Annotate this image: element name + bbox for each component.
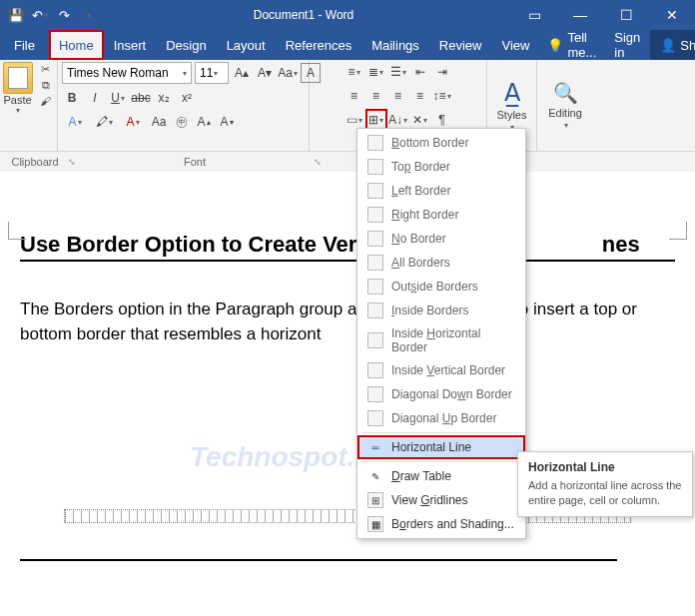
border-option-icon — [367, 159, 383, 175]
border-option-label: No Border — [391, 232, 446, 246]
strikethrough-button[interactable]: abc — [131, 88, 151, 108]
paste-label: Paste — [3, 94, 31, 106]
document-paragraph[interactable]: The Borders option in the Paragraph grou… — [20, 298, 675, 346]
font-launcher[interactable]: ⤡ — [314, 157, 322, 167]
copy-icon[interactable]: ⧉ — [37, 78, 55, 92]
change-case-icon[interactable]: Aa▾ — [278, 63, 298, 83]
maximize-button[interactable]: ☐ — [603, 0, 649, 30]
bold-button[interactable]: B — [62, 88, 82, 108]
menu-border-item[interactable]: Outside Borders — [357, 275, 525, 299]
save-icon[interactable]: 💾 — [8, 7, 24, 23]
tab-home[interactable]: Home — [49, 30, 104, 60]
menu-border-item[interactable]: Inside Vertical Border — [357, 358, 525, 382]
share-button[interactable]: 👤Share — [650, 30, 695, 60]
menu-border-item[interactable]: All Borders — [357, 251, 525, 275]
horizontal-line-icon: ═ — [367, 439, 383, 455]
tab-insert[interactable]: Insert — [104, 30, 157, 60]
find-icon[interactable]: 🔍 — [553, 81, 578, 105]
line-spacing-icon[interactable]: ↕≡▾ — [432, 86, 452, 106]
italic-button[interactable]: I — [85, 88, 105, 108]
border-option-label: Bottom Border — [391, 136, 468, 150]
paste-dropdown[interactable]: ▾ — [16, 106, 20, 115]
underline-button[interactable]: U▾ — [108, 88, 128, 108]
menu-border-item[interactable]: Right Border — [357, 203, 525, 227]
window-title: Document1 - Word — [96, 8, 511, 22]
menu-border-item[interactable]: Top Border — [357, 155, 525, 179]
numbering-icon[interactable]: ≣▾ — [366, 62, 386, 82]
tell-me-search[interactable]: 💡Tell me... — [539, 30, 604, 60]
font-grow-icon[interactable]: A▲ — [195, 112, 215, 132]
font-shrink-icon[interactable]: A▼ — [218, 112, 238, 132]
qat-customize-icon[interactable]: ▾ — [80, 7, 96, 23]
grow-font-icon[interactable]: A▴ — [232, 63, 252, 83]
tab-file[interactable]: File — [0, 30, 49, 60]
sort-icon[interactable]: A↓▾ — [388, 110, 408, 130]
border-option-label: Outside Borders — [391, 280, 478, 294]
show-marks-icon[interactable]: ¶ — [432, 110, 452, 130]
border-option-label: Diagonal Up Border — [391, 411, 496, 425]
ribbon-options-icon[interactable]: ▭ — [511, 0, 557, 30]
font-color-icon[interactable]: A▾ — [120, 112, 146, 132]
borders-button[interactable]: ⊞▾ — [366, 110, 386, 130]
subscript-button[interactable]: x₂ — [154, 88, 174, 108]
enclose-chars-icon[interactable]: ㊥ — [172, 112, 192, 132]
tab-mailings[interactable]: Mailings — [361, 30, 429, 60]
menu-separator — [361, 432, 521, 433]
border-option-icon — [367, 362, 383, 378]
redo-icon[interactable]: ↷ — [56, 7, 72, 23]
document-heading[interactable]: Use Border Option to Create Vertical xxx… — [20, 232, 675, 262]
increase-indent-icon[interactable]: ⇥ — [432, 62, 452, 82]
editing-dropdown[interactable]: ▾ — [564, 121, 568, 130]
cut-icon[interactable]: ✂ — [37, 62, 55, 76]
bullets-icon[interactable]: ≡▾ — [345, 62, 364, 82]
border-option-icon — [367, 231, 383, 247]
shrink-font-icon[interactable]: A▾ — [255, 63, 275, 83]
tab-design[interactable]: Design — [156, 30, 216, 60]
menu-border-item[interactable]: Inside Borders — [357, 299, 525, 322]
character-shading-icon[interactable]: Aa — [149, 112, 169, 132]
border-option-label: Inside Horizontal Border — [391, 326, 515, 354]
justify-icon[interactable]: ≡ — [410, 86, 430, 106]
tab-layout[interactable]: Layout — [217, 30, 276, 60]
font-size-select[interactable]: 11▾ — [195, 62, 229, 84]
format-painter-icon[interactable]: 🖌 — [37, 94, 55, 108]
border-option-label: Top Border — [391, 160, 450, 174]
tab-review[interactable]: Review — [429, 30, 492, 60]
borders-dropdown-menu: Bottom BorderTop BorderLeft BorderRight … — [356, 128, 526, 539]
borders-shading-icon: ▦ — [367, 516, 383, 532]
sign-in-link[interactable]: Sign in — [604, 30, 650, 60]
menu-horizontal-line[interactable]: ═ Horizontal Line — [357, 435, 525, 459]
menu-border-item[interactable]: Left Border — [357, 179, 525, 203]
menu-view-gridlines[interactable]: ⊞ View Gridlines — [357, 488, 525, 512]
undo-icon[interactable]: ↶▾ — [32, 7, 48, 23]
font-name-select[interactable]: Times New Roman▾ — [62, 62, 192, 84]
menu-border-item[interactable]: Bottom Border — [357, 131, 525, 155]
superscript-button[interactable]: x² — [177, 88, 197, 108]
decrease-indent-icon[interactable]: ⇤ — [410, 62, 430, 82]
menu-border-item[interactable]: Inside Horizontal Border — [357, 322, 525, 358]
menu-border-item[interactable]: Diagonal Up Border — [357, 406, 525, 430]
text-effects-icon[interactable]: A▾ — [62, 112, 88, 132]
shading-icon[interactable]: ▭▾ — [345, 110, 364, 130]
tell-me-label: Tell me... — [567, 30, 596, 60]
align-center-icon[interactable]: ≡ — [366, 86, 386, 106]
horizontal-line-inserted — [20, 559, 617, 561]
menu-border-item[interactable]: Diagonal Down Border — [357, 382, 525, 406]
asian-layout-icon[interactable]: ✕▾ — [410, 110, 430, 130]
highlight-icon[interactable]: 🖍▾ — [91, 112, 117, 132]
align-left-icon[interactable]: ≡ — [345, 86, 364, 106]
multilevel-list-icon[interactable]: ☰▾ — [388, 62, 408, 82]
styles-icon[interactable]: A̲ — [504, 79, 520, 107]
quick-access-toolbar: 💾 ↶▾ ↷ ▾ — [0, 7, 96, 23]
menu-draw-table[interactable]: ✎ Draw Table — [357, 464, 525, 488]
minimize-button[interactable]: ― — [557, 0, 603, 30]
tab-view[interactable]: View — [491, 30, 539, 60]
clipboard-launcher[interactable]: ⤡ — [68, 157, 76, 167]
heading-text: Use Border Option to Create Vertical — [20, 232, 400, 257]
menu-border-item[interactable]: No Border — [357, 227, 525, 251]
menu-borders-shading[interactable]: ▦ Borders and Shading... — [357, 512, 525, 536]
paste-icon[interactable] — [3, 62, 33, 94]
align-right-icon[interactable]: ≡ — [388, 86, 408, 106]
close-button[interactable]: ✕ — [649, 0, 695, 30]
tab-references[interactable]: References — [276, 30, 361, 60]
